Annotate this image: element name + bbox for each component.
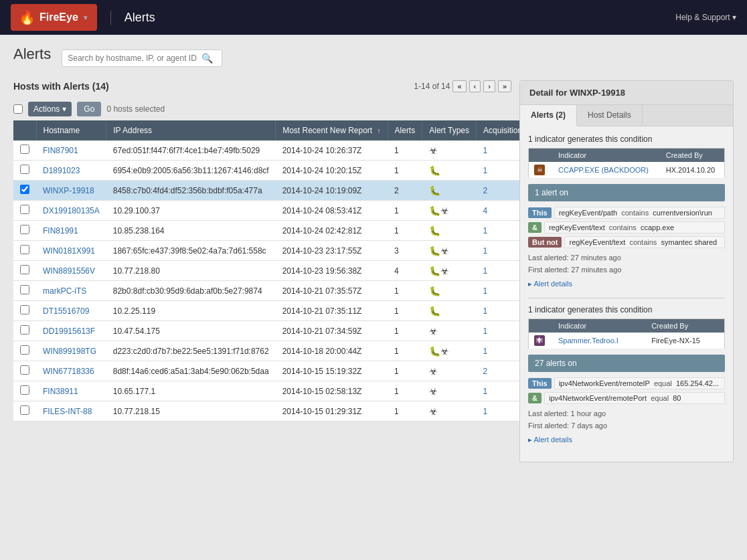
alert-2-details-link[interactable]: ▸ Alert details: [528, 436, 725, 444]
table-row: D18910236954:e0b9:2005:6a56:3b11:1267:41…: [13, 161, 533, 181]
ip-cell: 10.29.100.37: [106, 201, 276, 221]
alerts-count-cell: 1: [388, 201, 422, 221]
row-checkbox[interactable]: [20, 145, 29, 154]
date-cell: 2014-10-24 08:53:41Z: [276, 201, 388, 221]
left-panel: Hosts with Alerts (14) 1-14 of 14 « ‹ › …: [13, 80, 511, 462]
date-cell: 2014-10-15 15:19:32Z: [276, 361, 388, 381]
alert-types-cell: 🐛☣: [422, 261, 477, 281]
row-checkbox[interactable]: [20, 205, 29, 214]
condition-1-table: Indicator Created By ☠ CCAPP.EXE (BACKDO…: [528, 148, 725, 179]
col-alerts: Alerts: [388, 120, 422, 141]
date-cell: 2014-10-18 20:00:44Z: [276, 341, 388, 361]
malware-icon: ☣: [429, 145, 438, 156]
condition-1-row: ☠ CCAPP.EXE (BACKDOOR) HX.2014.10.20: [529, 162, 725, 179]
page-last-button[interactable]: »: [498, 80, 511, 92]
row-checkbox[interactable]: [20, 285, 29, 294]
date-cell: 2014-10-24 02:42:81Z: [276, 221, 388, 241]
search-icon[interactable]: 🔍: [201, 53, 213, 64]
hostname-cell[interactable]: DT15516709: [36, 301, 106, 321]
created-by-header-2: Created By: [646, 319, 724, 333]
malware-icon: ☣: [440, 246, 449, 256]
actions-button[interactable]: Actions ▾: [28, 102, 72, 116]
search-bar[interactable]: 🔍: [62, 50, 222, 67]
hostname-cell[interactable]: WIN67718336: [36, 361, 106, 381]
page-title: Alerts: [13, 45, 51, 63]
hostname-cell[interactable]: DX199180135A: [36, 201, 106, 221]
logo-text: FireEye: [39, 11, 78, 23]
select-all-checkbox[interactable]: [13, 104, 23, 114]
rule-2-and: & ipv4NetworkEvent/remotePort equal 80: [528, 392, 725, 404]
rule-2-this: This ipv4NetworkEvent/remoteIP equal 165…: [528, 377, 725, 389]
search-input[interactable]: [68, 54, 201, 63]
ip-cell: 10.2.25.119: [106, 301, 276, 321]
hostname-cell[interactable]: FILES-INT-88: [36, 401, 106, 422]
row-checkbox[interactable]: [20, 225, 29, 234]
alerts-count-cell: 1: [388, 301, 422, 321]
hostname-cell[interactable]: FIN38911: [36, 381, 106, 401]
spammer-icon: 🕷: [534, 335, 545, 346]
date-cell: 2014-10-23 19:56:38Z: [276, 261, 388, 281]
row-checkbox[interactable]: [20, 305, 29, 314]
page-first-button[interactable]: «: [452, 80, 466, 92]
help-support-button[interactable]: Help & Support ▾: [675, 13, 736, 22]
hostname-cell[interactable]: markPC-iTS: [36, 281, 106, 301]
date-cell: 2014-10-24 10:19:09Z: [276, 181, 388, 201]
table-row: DT1551670910.2.25.1192014-10-21 07:35:11…: [13, 301, 533, 321]
row-checkbox[interactable]: [20, 165, 29, 174]
alert-types-cell: 🐛: [422, 181, 477, 201]
indicator-name-cell[interactable]: CCAPP.EXE (BACKDOOR): [553, 162, 661, 179]
tab-alerts[interactable]: Alerts (2): [520, 105, 577, 126]
hosts-table: Hostname IP Address Most Recent New Repo…: [13, 120, 533, 422]
created-by-cell-2: FireEye-NX-15: [646, 333, 724, 349]
detail-panel-header: Detail for WINXP-19918: [520, 81, 733, 105]
table-row: markPC-iTS82b0:8df:cb30:95d9:6dab:af0b:5…: [13, 281, 533, 301]
row-checkbox[interactable]: [20, 365, 29, 375]
alert-types-cell: ☣: [422, 141, 477, 161]
page-prev-button[interactable]: ‹: [469, 80, 481, 92]
alerts-count-cell: 1: [388, 141, 422, 161]
col-checkbox: [13, 120, 36, 141]
row-checkbox[interactable]: [20, 325, 29, 335]
alert-types-cell: 🐛☣: [422, 201, 477, 221]
rule-1-butnot: But not regKeyEvent/text contains symant…: [528, 236, 725, 248]
go-button[interactable]: Go: [77, 102, 101, 116]
hostname-cell[interactable]: FIN81991: [36, 221, 106, 241]
row-checkbox[interactable]: [20, 245, 29, 254]
exploit-icon: 🐛: [429, 165, 440, 176]
logo-area[interactable]: 🔥 FireEye ▼: [11, 4, 97, 31]
page-next-button[interactable]: ›: [483, 80, 495, 92]
hostname-cell[interactable]: WIN899198TG: [36, 341, 106, 361]
alerts-count-cell: 1: [388, 321, 422, 341]
malware-icon: ☣: [429, 326, 438, 337]
row-checkbox[interactable]: [20, 185, 29, 194]
header: 🔥 FireEye ▼ Alerts Help & Support ▾: [0, 0, 747, 35]
alert-types-cell: 🐛: [422, 281, 477, 301]
logo-dropdown-icon[interactable]: ▼: [82, 14, 89, 21]
tab-host-details[interactable]: Host Details: [577, 105, 643, 126]
hostname-cell[interactable]: DD19915613F: [36, 321, 106, 341]
hostname-cell[interactable]: D1891023: [36, 161, 106, 181]
hostname-cell[interactable]: WINXP-19918: [36, 181, 106, 201]
hostname-cell[interactable]: WIN8891556V: [36, 261, 106, 281]
table-row: FILES-INT-8810.77.218.152014-10-15 01:29…: [13, 401, 533, 422]
condition-2-table: Indicator Created By 🕷 Spammer.Tedroo.I …: [528, 318, 725, 349]
alert-1-details-link[interactable]: ▸ Alert details: [528, 280, 725, 288]
row-checkbox[interactable]: [20, 405, 29, 415]
header-title: Alerts: [110, 11, 169, 25]
condition-2-header: 1 indicator generates this condition: [528, 305, 725, 314]
row-checkbox[interactable]: [20, 385, 29, 395]
alerts-count-cell: 1: [388, 381, 422, 401]
date-cell: 2014-10-24 10:20:15Z: [276, 161, 388, 181]
panel-title: Hosts with Alerts (14): [13, 81, 109, 92]
table-row: WINXP-199188458:c7b0:4fd4:df52:356b:bdbf…: [13, 181, 533, 201]
rule-text-4: ipv4NetworkEvent/remoteIP equal 165.254.…: [554, 377, 725, 389]
row-checkbox[interactable]: [20, 265, 29, 274]
indicator-name-cell-2[interactable]: Spammer.Tedroo.I: [553, 333, 646, 349]
malware-icon: ☣: [440, 205, 449, 216]
alert-types-cell: 🐛☣: [422, 341, 477, 361]
hostname-cell[interactable]: FIN87901: [36, 141, 106, 161]
hostname-cell[interactable]: WIN0181X991: [36, 241, 106, 261]
condition-block-2: 1 indicator generates this condition Ind…: [528, 305, 725, 444]
created-by-header: Created By: [661, 149, 725, 163]
row-checkbox[interactable]: [20, 345, 29, 355]
